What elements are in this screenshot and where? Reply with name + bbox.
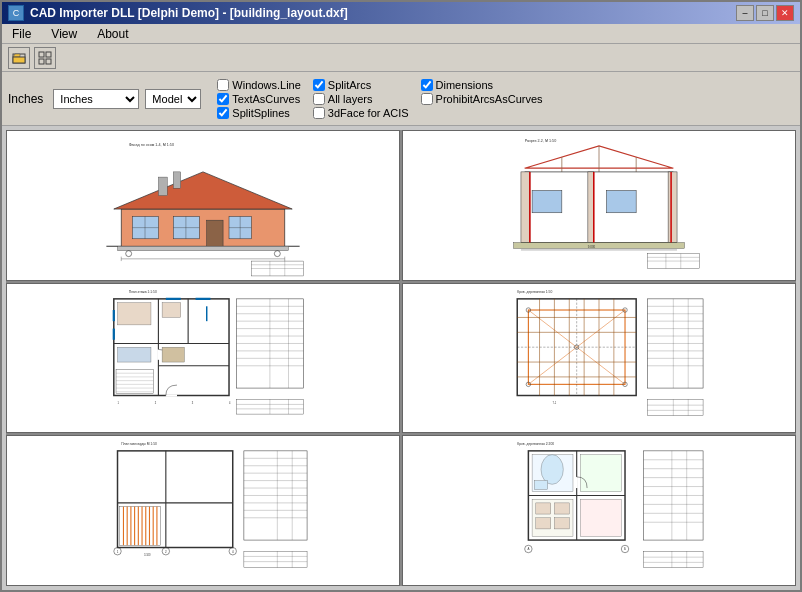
drawing-cell-4[interactable]: Кров. деревянная 1:50	[402, 283, 796, 434]
svg-rect-196	[554, 503, 569, 514]
svg-rect-5	[46, 59, 51, 64]
svg-rect-42	[668, 172, 677, 243]
svg-rect-195	[536, 503, 551, 514]
svg-text:7-1: 7-1	[553, 401, 557, 405]
svg-rect-198	[554, 518, 569, 529]
drawing-cell-3[interactable]: План этажа 1:1:50	[6, 283, 400, 434]
content-area: Фасад по осям 1-4, М 1:50 Разрез 2-2, М …	[2, 126, 800, 590]
open-button[interactable]	[8, 47, 30, 69]
svg-rect-73	[118, 302, 151, 324]
svg-text:Фасад по осям 1-4, М 1:50: Фасад по осям 1-4, М 1:50	[129, 143, 174, 147]
checkbox-3dface[interactable]: 3dFace for ACIS	[313, 107, 409, 119]
checkbox-textascurves[interactable]: TextAsCurves	[217, 93, 300, 105]
drawings-grid: Фасад по осям 1-4, М 1:50 Разрез 2-2, М …	[6, 130, 796, 586]
svg-text:Б: Б	[624, 548, 626, 552]
svg-text:Кров. деревянная 2:200: Кров. деревянная 2:200	[517, 442, 554, 446]
svg-point-192	[541, 455, 563, 485]
options-bar: Inches Inches Millimeters Centimeters Mo…	[2, 72, 800, 126]
title-bar: C CAD Importer DLL [Delphi Demo] - [buil…	[2, 2, 800, 24]
drawing-cell-6[interactable]: Кров. деревянная 2:200	[402, 435, 796, 586]
svg-rect-2	[39, 52, 44, 57]
checkbox-splitsplines[interactable]: SplitSplines	[217, 107, 300, 119]
svg-rect-46	[532, 190, 562, 212]
title-bar-left: C CAD Importer DLL [Delphi Demo] - [buil…	[8, 5, 348, 21]
svg-rect-4	[39, 59, 44, 64]
svg-rect-199	[580, 455, 621, 492]
svg-rect-74	[162, 302, 181, 317]
checkbox-3dface-input[interactable]	[313, 107, 325, 119]
checkbox-dimensions[interactable]: Dimensions	[421, 79, 543, 91]
svg-text:План этажа 1:1:50: План этажа 1:1:50	[129, 290, 157, 294]
svg-text:3.100: 3.100	[144, 554, 151, 558]
drawing-cell-5[interactable]: План мансарды М 1:50	[6, 435, 400, 586]
svg-text:Разрез 2-2, М 1:50: Разрез 2-2, М 1:50	[525, 139, 557, 143]
drawing-cell-1[interactable]: Фасад по осям 1-4, М 1:50	[6, 130, 400, 281]
checkbox-dimensions-input[interactable]	[421, 79, 433, 91]
checkbox-windows-line-input[interactable]	[217, 79, 229, 91]
svg-rect-21	[207, 220, 223, 246]
svg-rect-45	[514, 242, 685, 248]
menu-view[interactable]: View	[45, 26, 83, 42]
svg-rect-76	[118, 347, 151, 362]
minimize-button[interactable]: –	[736, 5, 754, 21]
menu-bar: File View About	[2, 24, 800, 44]
title-controls: – □ ✕	[736, 5, 794, 21]
menu-about[interactable]: About	[91, 26, 134, 42]
unit-label: Inches	[8, 92, 43, 106]
drawing-cell-2[interactable]: Разрез 2-2, М 1:50	[402, 130, 796, 281]
checkbox-splitsplines-input[interactable]	[217, 107, 229, 119]
svg-rect-193	[534, 481, 547, 490]
close-button[interactable]: ✕	[776, 5, 794, 21]
svg-rect-43	[588, 172, 594, 243]
grid-button[interactable]	[34, 47, 56, 69]
svg-text:А: А	[527, 548, 529, 552]
app-icon: C	[8, 5, 24, 21]
window-title: CAD Importer DLL [Delphi Demo] - [buildi…	[30, 6, 348, 20]
checkbox-splitarcs[interactable]: SplitArcs	[313, 79, 409, 91]
svg-rect-22	[118, 246, 289, 250]
maximize-button[interactable]: □	[756, 5, 774, 21]
view-select[interactable]: Model Paper	[145, 89, 201, 109]
checkbox-prohibitarcs-input[interactable]	[421, 93, 433, 105]
svg-rect-75	[162, 347, 184, 362]
menu-file[interactable]: File	[6, 26, 37, 42]
svg-rect-3	[46, 52, 51, 57]
svg-rect-197	[536, 518, 551, 529]
toolbar	[2, 44, 800, 72]
main-window: C CAD Importer DLL [Delphi Demo] - [buil…	[0, 0, 802, 592]
checkbox-windows-line[interactable]: Windows.Line	[217, 79, 300, 91]
svg-rect-47	[606, 190, 636, 212]
svg-rect-1	[13, 57, 25, 63]
svg-text:Кров. деревянная 1:50: Кров. деревянная 1:50	[517, 290, 552, 294]
checkbox-textascurves-input[interactable]	[217, 93, 229, 105]
svg-text:План мансарды М 1:50: План мансарды М 1:50	[121, 442, 157, 446]
checkbox-splitarcs-input[interactable]	[313, 79, 325, 91]
checkboxes-group: Windows.Line SplitArcs Dimensions TextAs…	[217, 79, 542, 119]
svg-rect-10	[158, 177, 167, 196]
checkbox-prohibitarcs[interactable]: ProhibitArcsAsCurves	[421, 93, 543, 105]
svg-text:9.000: 9.000	[588, 245, 596, 249]
checkbox-alllayers[interactable]: All layers	[313, 93, 409, 105]
svg-rect-200	[580, 500, 621, 537]
checkbox-alllayers-input[interactable]	[313, 93, 325, 105]
svg-rect-11	[173, 172, 180, 188]
unit-select[interactable]: Inches Millimeters Centimeters	[53, 89, 139, 109]
svg-rect-41	[521, 172, 530, 243]
